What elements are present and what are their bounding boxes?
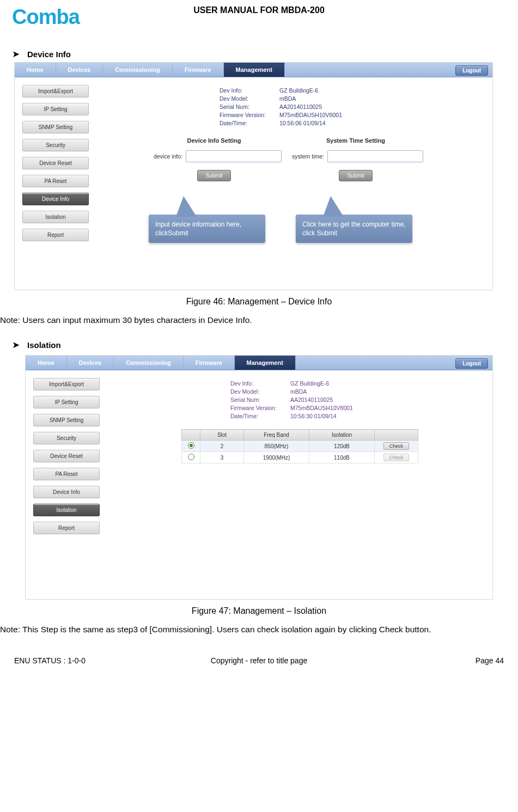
system-time-label: system time: (285, 153, 324, 160)
note-device-info: Note: Users can input maximum 30 bytes c… (0, 315, 518, 325)
sidebar-item-security[interactable]: Security (33, 432, 100, 444)
cell-band: 1900(MHz) (244, 452, 309, 463)
check-button[interactable]: Check (383, 442, 410, 450)
kv-key: Firmware Version: (220, 112, 279, 118)
tab-devices[interactable]: Devices (67, 356, 114, 370)
kv-val: GZ BuildingE-6 (279, 87, 318, 94)
submit-device-info-button[interactable]: Submit (197, 170, 230, 181)
tab-firmware[interactable]: Firmware (173, 63, 224, 77)
cell-slot: 2 (200, 441, 244, 452)
sidebar-item-device-reset[interactable]: Device Reset (33, 450, 100, 462)
sidebar-item-import-export[interactable]: Import&Export (33, 378, 100, 390)
sidebar-item-device-reset[interactable]: Device Reset (22, 157, 89, 169)
col-slot: Slot (200, 430, 244, 441)
footer-copyright: Copyright - refer to title page (14, 656, 504, 665)
note-isolation: Note: This Step is the same as step3 of … (0, 625, 518, 634)
check-button: Check (383, 454, 410, 461)
figure-caption-47: Figure 47: Management – Isolation (0, 606, 518, 616)
sidebar-item-ip-setting[interactable]: IP Setting (33, 396, 100, 408)
sidebar-item-import-export[interactable]: Import&Export (22, 85, 89, 97)
cell-slot: 3 (200, 452, 244, 463)
kv-key: Serial Num: (220, 103, 279, 110)
sidebar-item-isolation[interactable]: Isolation (22, 211, 89, 223)
section-heading-isolation: Isolation (27, 340, 61, 350)
kv-val: AA20140110025 (279, 103, 322, 110)
submit-system-time-button[interactable]: Submit (339, 170, 372, 181)
sidebar-item-ip-setting[interactable]: IP Setting (22, 103, 89, 115)
kv-key: Date/Time: (230, 413, 290, 419)
kv-key: Dev Info: (220, 87, 279, 94)
sidebar-item-pa-reset[interactable]: PA Reset (33, 468, 100, 480)
table-row: 3 1900(MHz) 110dB Check (182, 452, 418, 463)
col-isolation: Isolation (309, 430, 375, 441)
kv-val: 10:56:06 01/09/14 (279, 120, 326, 126)
kv-val: mBDA (279, 95, 296, 102)
device-summary: Dev Info:GZ BuildingE-6 Dev Model:mBDA S… (220, 87, 479, 126)
sidebar-item-snmp-setting[interactable]: SNMP Setting (22, 121, 89, 133)
system-time-input[interactable] (327, 150, 423, 162)
footer-page: Page 44 (476, 656, 504, 665)
kv-key: Serial Num: (230, 396, 290, 403)
kv-val: AA20140110025 (290, 396, 333, 403)
footer-status: ENU STATUS : 1-0-0 (14, 656, 86, 665)
kv-key: Dev Model: (220, 95, 279, 102)
cell-band: 850(MHz) (244, 441, 309, 452)
sidebar-item-report[interactable]: Report (22, 229, 89, 241)
col-action (375, 430, 418, 441)
tab-devices[interactable]: Devices (56, 63, 103, 77)
kv-key: Dev Model: (230, 388, 290, 395)
figure-caption-46: Figure 46: Management – Device Info (0, 297, 518, 307)
col-freq-band: Freq Band (244, 430, 309, 441)
kv-val: mBDA (290, 388, 307, 395)
section-heading-device-info: Device Info (27, 50, 71, 59)
tab-firmware[interactable]: Firmware (184, 356, 235, 370)
tab-management[interactable]: Management (235, 356, 296, 370)
device-summary: Dev Info:GZ BuildingE-6 Dev Model:mBDA S… (230, 380, 479, 419)
cell-isolation: 120dB (309, 441, 375, 452)
bullet-arrow-icon: ➤ (12, 49, 20, 59)
section-header-device-info-setting: Device Info Setting (143, 137, 285, 144)
cell-isolation: 110dB (309, 452, 375, 463)
callout-device-info: Input device information here, clickSubm… (149, 215, 265, 243)
kv-val: GZ BuildingE-6 (290, 380, 329, 387)
sidebar-item-report[interactable]: Report (33, 522, 100, 534)
col-radio (182, 430, 200, 441)
sidebar-item-device-info[interactable]: Device Info (22, 193, 89, 205)
logout-button[interactable]: Logout (455, 358, 488, 369)
kv-key: Dev Info: (230, 380, 290, 387)
row-radio[interactable] (188, 442, 194, 449)
doc-title: USER MANUAL FOR MBDA-200 (0, 5, 518, 15)
logout-button[interactable]: Logout (455, 65, 488, 76)
row-radio[interactable] (188, 454, 194, 460)
sidebar-item-device-info[interactable]: Device Info (33, 486, 100, 498)
device-info-input[interactable] (186, 150, 282, 162)
top-nav: Home Devices Commissioning Firmware Mana… (15, 63, 492, 77)
top-nav: Home Devices Commissioning Firmware Mana… (26, 356, 492, 370)
sidebar-item-security[interactable]: Security (22, 139, 89, 151)
sidebar-item-isolation[interactable]: Isolation (33, 504, 100, 516)
device-info-label: device info: (143, 153, 182, 160)
callout-system-time: Click here to get the computer time, cli… (296, 215, 412, 243)
kv-val: 10:56:30 01/09/14 (290, 413, 337, 419)
tab-management[interactable]: Management (224, 63, 285, 77)
sidebar-item-pa-reset[interactable]: PA Reset (22, 175, 89, 187)
sidebar-item-snmp-setting[interactable]: SNMP Setting (33, 414, 100, 426)
kv-key: Firmware Version: (230, 405, 290, 411)
tab-commissioning[interactable]: Commissioning (114, 356, 184, 370)
kv-key: Date/Time: (220, 120, 279, 126)
table-row: 2 850(MHz) 120dB Check (182, 441, 418, 452)
sidebar: Import&Export IP Setting SNMP Setting Se… (26, 370, 121, 599)
kv-val: M75mBDAUSH10V8001 (290, 405, 353, 411)
tab-home[interactable]: Home (26, 356, 67, 370)
kv-val: M75mBDAUSH10V8001 (279, 112, 342, 118)
tab-home[interactable]: Home (15, 63, 56, 77)
sidebar: Import&Export IP Setting SNMP Setting Se… (15, 77, 111, 290)
bullet-arrow-icon: ➤ (12, 340, 20, 350)
section-header-system-time-setting: System Time Setting (285, 137, 426, 144)
tab-commissioning[interactable]: Commissioning (103, 63, 173, 77)
isolation-table: Slot Freq Band Isolation 2 850(MHz) 120d… (181, 429, 418, 463)
